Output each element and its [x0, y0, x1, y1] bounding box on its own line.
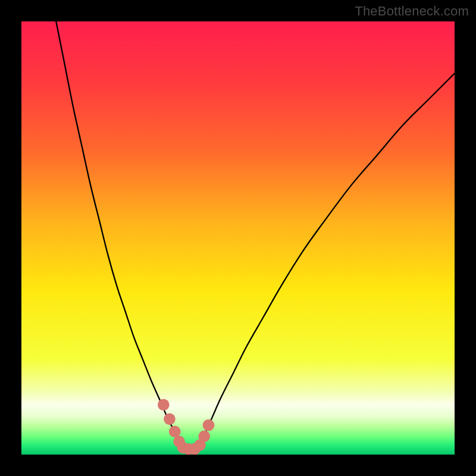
marker-dot — [203, 419, 215, 431]
bottleneck-curve — [21, 21, 455, 455]
watermark-text: TheBottleneck.com — [355, 4, 469, 19]
curve-right-branch — [199, 73, 455, 447]
marker-dot — [164, 413, 176, 425]
curve-left-branch — [56, 21, 181, 447]
highlight-markers — [158, 399, 214, 455]
marker-dot — [198, 431, 210, 443]
marker-dot — [169, 426, 181, 438]
plot-area — [21, 21, 455, 455]
marker-dot — [158, 399, 170, 411]
chart-frame: TheBottleneck.com — [0, 0, 476, 476]
